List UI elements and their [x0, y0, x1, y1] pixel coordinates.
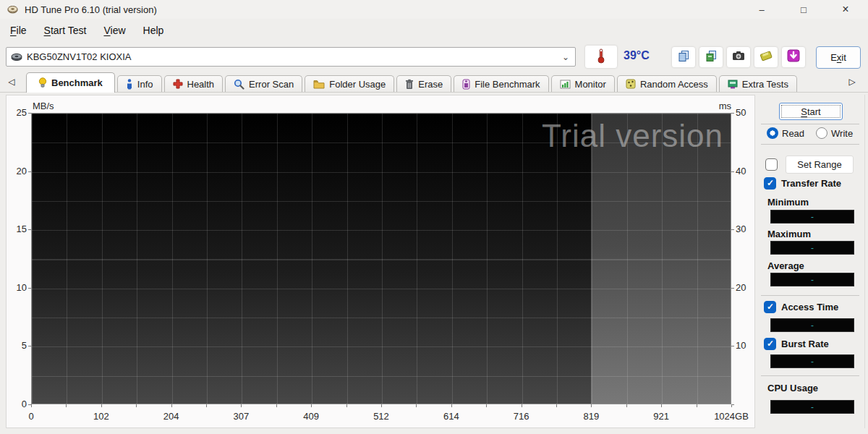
axis-tick-label: 614 — [430, 411, 473, 422]
tab-extra-tests[interactable]: Extra Tests — [719, 75, 797, 92]
download-icon — [787, 49, 800, 65]
benchmark-controls-panel: Start Read Write Set Range Transfer Rate… — [758, 95, 865, 428]
copy-image-icon — [705, 50, 718, 65]
average-value: - — [770, 273, 854, 286]
info-icon — [126, 79, 133, 90]
start-button[interactable]: Start — [779, 103, 843, 120]
panel-divider — [761, 295, 859, 296]
set-range-row: Set Range — [765, 156, 854, 174]
download-button[interactable] — [781, 46, 806, 68]
minimum-value: - — [770, 210, 854, 224]
file-benchmark-icon — [462, 79, 470, 90]
y-right-unit: ms — [702, 101, 731, 111]
access-time-value: - — [770, 318, 854, 332]
axis-tick-label: 819 — [569, 411, 613, 422]
set-range-button[interactable]: Set Range — [786, 156, 854, 174]
panel-divider — [761, 144, 859, 145]
mode-radio-group: Read Write — [767, 127, 853, 139]
burst-rate-value: - — [770, 354, 854, 368]
axis-tick-label: 1024GB — [710, 411, 753, 422]
tab-folder-usage[interactable]: Folder Usage — [305, 75, 394, 92]
tab-benchmark[interactable]: Benchmark — [26, 72, 115, 93]
tab-monitor[interactable]: Monitor — [551, 75, 615, 92]
window-title: HD Tune Pro 6.10 (trial version) — [25, 4, 157, 15]
tab-scroll-left-icon[interactable]: ◁ — [4, 77, 19, 87]
monitor-icon — [560, 80, 571, 89]
access-time-checkbox[interactable] — [764, 301, 776, 313]
axis-tick-label: 10 — [736, 340, 754, 351]
drive-icon — [11, 53, 22, 61]
set-range-checkbox[interactable] — [765, 158, 778, 171]
axis-tick-label: 40 — [736, 166, 754, 176]
benchmark-plot-area: Trial version — [31, 113, 731, 404]
copy-image-button[interactable] — [699, 46, 723, 68]
access-time-row: Access Time — [764, 301, 838, 313]
drive-selector[interactable]: KBG50ZNV1T02 KIOXIA ⌄ — [6, 47, 576, 67]
x-axis-ticks — [31, 404, 732, 407]
average-label: Average — [767, 260, 804, 271]
minimize-button[interactable]: – — [741, 0, 783, 19]
tab-error-scan[interactable]: Error Scan — [225, 75, 302, 92]
tab-info[interactable]: Info — [117, 75, 162, 92]
tab-random-access[interactable]: Random Access — [617, 75, 717, 92]
axis-tick-label: 20 — [7, 166, 27, 176]
axis-tick-label: 307 — [219, 411, 263, 422]
axis-tick-label: 0 — [9, 411, 53, 422]
health-cross-icon — [173, 79, 183, 89]
maximum-value: - — [770, 241, 854, 255]
folder-icon — [313, 80, 325, 89]
tab-file-benchmark[interactable]: File Benchmark — [454, 75, 548, 92]
tab-bar: ◁ Benchmark Info Health — [0, 72, 868, 93]
plot-gridlines — [32, 114, 731, 404]
copy-icon — [678, 50, 690, 65]
burst-rate-row: Burst Rate — [764, 338, 829, 350]
close-button[interactable]: × — [825, 0, 867, 19]
axis-tick-label: 10 — [7, 282, 27, 293]
menu-start-test[interactable]: Start Test — [35, 22, 95, 39]
axis-tick-label: 15 — [7, 224, 27, 234]
y-right-ticks — [731, 113, 734, 405]
drive-selector-value: KBG50ZNV1T02 KIOXIA — [27, 51, 132, 62]
axis-tick-label: 30 — [736, 224, 754, 234]
axis-tick-label: 0 — [7, 399, 27, 409]
axis-tick-label: 921 — [639, 411, 683, 422]
random-access-icon — [626, 79, 636, 89]
axis-tick-label: 5 — [7, 340, 27, 351]
trash-icon — [405, 79, 414, 90]
menu-help[interactable]: Help — [135, 22, 173, 39]
temperature-value: 39°C — [624, 49, 650, 62]
cpu-usage-label: CPU Usage — [767, 383, 818, 393]
radio-selected-icon — [767, 127, 778, 139]
transfer-rate-row: Transfer Rate — [764, 177, 841, 190]
panel-divider — [761, 124, 859, 124]
burst-rate-checkbox[interactable] — [764, 338, 776, 350]
title-bar: HD Tune Pro 6.10 (trial version) – □ × — [0, 0, 868, 19]
maximize-button[interactable]: □ — [783, 0, 825, 19]
axis-tick-label: 50 — [736, 107, 754, 118]
save-button[interactable] — [754, 46, 778, 68]
axis-tick-label: 409 — [289, 411, 333, 422]
read-radio[interactable]: Read — [767, 127, 804, 139]
minimum-label: Minimum — [767, 197, 809, 208]
panel-divider — [761, 375, 859, 376]
screenshot-button[interactable] — [726, 46, 751, 68]
magnifier-icon — [234, 79, 244, 90]
axis-tick-label: 716 — [500, 411, 543, 422]
window-controls: – □ × — [741, 0, 867, 19]
transfer-rate-checkbox[interactable] — [764, 177, 776, 190]
save-icon — [760, 50, 773, 64]
tab-erase[interactable]: Erase — [396, 75, 451, 92]
camera-icon — [732, 51, 745, 64]
hdtune-window: { "window": { "title": "HD Tune Pro 6.10… — [0, 0, 868, 434]
menu-view[interactable]: View — [95, 22, 134, 39]
tab-health[interactable]: Health — [164, 75, 224, 92]
temperature-button[interactable] — [584, 45, 618, 69]
copy-button[interactable] — [671, 46, 696, 68]
trial-watermark: Trial version — [542, 118, 723, 154]
axis-tick-label: 512 — [359, 411, 403, 422]
exit-button[interactable]: Exit — [816, 46, 861, 69]
axis-tick-label: 204 — [150, 411, 193, 422]
tab-scroll-right-icon[interactable]: ▷ — [845, 77, 859, 87]
write-radio[interactable]: Write — [816, 127, 853, 139]
menu-file[interactable]: File — [1, 22, 35, 39]
